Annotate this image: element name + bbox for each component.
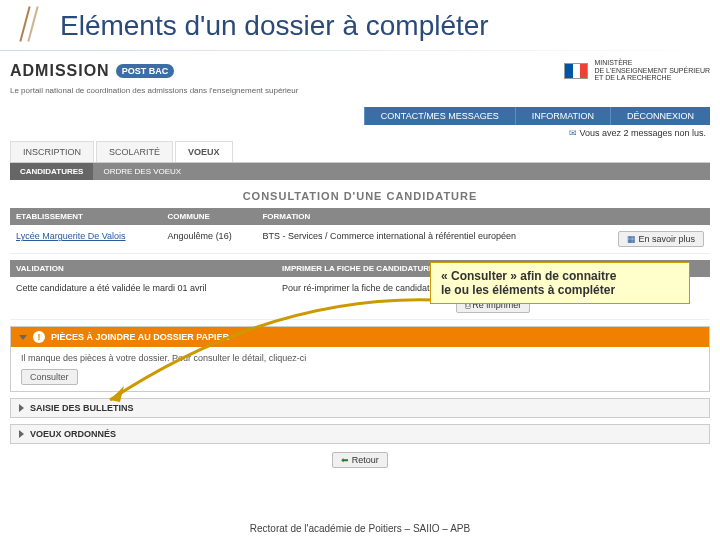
svg-marker-0 xyxy=(110,386,124,402)
panel-voeux-header[interactable]: VOEUX ORDONNÉS xyxy=(11,425,709,443)
consulter-button[interactable]: Consulter xyxy=(21,369,78,385)
retour-button[interactable]: ⬅ Retour xyxy=(332,452,388,468)
back-arrow-icon: ⬅ xyxy=(341,455,349,465)
nav-top: CONTACT/MES MESSAGES INFORMATION DÉCONNE… xyxy=(10,107,710,125)
subtab-ordre-voeux[interactable]: ORDRE DES VOEUX xyxy=(93,163,191,180)
nav-contact[interactable]: CONTACT/MES MESSAGES xyxy=(364,107,515,125)
nav-sub: CANDIDATURES ORDRE DES VOEUX xyxy=(10,163,710,180)
logo-admission-text: ADMISSION xyxy=(10,62,110,80)
commune-cell: Angoulême (16) xyxy=(162,225,257,254)
section-title: CONSULTATION D'UNE CANDIDATURE xyxy=(10,180,710,208)
chevron-down-icon xyxy=(19,335,27,340)
ministry-text: MINISTÈRE DE L'ENSEIGNEMENT SUPÉRIEUR ET… xyxy=(594,59,710,82)
etablissement-link[interactable]: Lycée Marguerite De Valois xyxy=(16,231,126,241)
callout-line2: le ou les éléments à compléter xyxy=(441,283,679,297)
warning-icon: ! xyxy=(33,331,45,343)
apb-logo: ADMISSION POST BAC xyxy=(10,62,174,80)
subtab-candidatures[interactable]: CANDIDATURES xyxy=(10,163,93,180)
tab-inscription[interactable]: INSCRIPTION xyxy=(10,141,94,162)
chevron-right-icon xyxy=(19,430,24,438)
slide-accent xyxy=(10,6,46,42)
candidature-table: ETABLISSEMENT COMMUNE FORMATION Lycée Ma… xyxy=(10,208,710,254)
col-formation: FORMATION xyxy=(256,208,710,225)
annotation-arrow-icon xyxy=(90,290,440,420)
info-icon: ▦ xyxy=(627,234,636,244)
slide-footer: Rectorat de l'académie de Poitiers – SAI… xyxy=(0,523,720,534)
nav-main: INSCRIPTION SCOLARITÉ VOEUX xyxy=(10,141,710,163)
unread-messages-row[interactable]: ✉ Vous avez 2 messages non lus. xyxy=(10,125,710,141)
col-validation: VALIDATION xyxy=(10,260,276,277)
tab-scolarite[interactable]: SCOLARITÉ xyxy=(96,141,173,162)
formation-cell: BTS - Services / Commerce international … xyxy=(256,225,587,254)
envelope-icon: ✉ xyxy=(569,128,577,138)
chevron-right-icon xyxy=(19,404,24,412)
portal-subtitle: Le portail national de coordination des … xyxy=(10,86,710,95)
ministry-logo: MINISTÈRE DE L'ENSEIGNEMENT SUPÉRIEUR ET… xyxy=(564,59,710,82)
slide-title: Eléments d'un dossier à compléter xyxy=(0,0,720,50)
en-savoir-plus-button[interactable]: ▦ En savoir plus xyxy=(618,231,704,247)
panel-voeux-title: VOEUX ORDONNÉS xyxy=(30,429,116,439)
unread-messages-text: Vous avez 2 messages non lus. xyxy=(579,128,706,138)
col-etablissement: ETABLISSEMENT xyxy=(10,208,162,225)
nav-logout[interactable]: DÉCONNEXION xyxy=(610,107,710,125)
france-flag-icon xyxy=(564,63,588,79)
col-commune: COMMUNE xyxy=(162,208,257,225)
logo-postbac-badge: POST BAC xyxy=(116,64,175,78)
panel-voeux-ordonnes: VOEUX ORDONNÉS xyxy=(10,424,710,444)
table-row: Lycée Marguerite De Valois Angoulême (16… xyxy=(10,225,710,254)
annotation-callout: « Consulter » afin de connaitre le ou le… xyxy=(430,262,690,304)
callout-line1: « Consulter » afin de connaitre xyxy=(441,269,679,283)
tab-voeux[interactable]: VOEUX xyxy=(175,141,233,162)
nav-information[interactable]: INFORMATION xyxy=(515,107,610,125)
title-underline xyxy=(0,50,720,51)
